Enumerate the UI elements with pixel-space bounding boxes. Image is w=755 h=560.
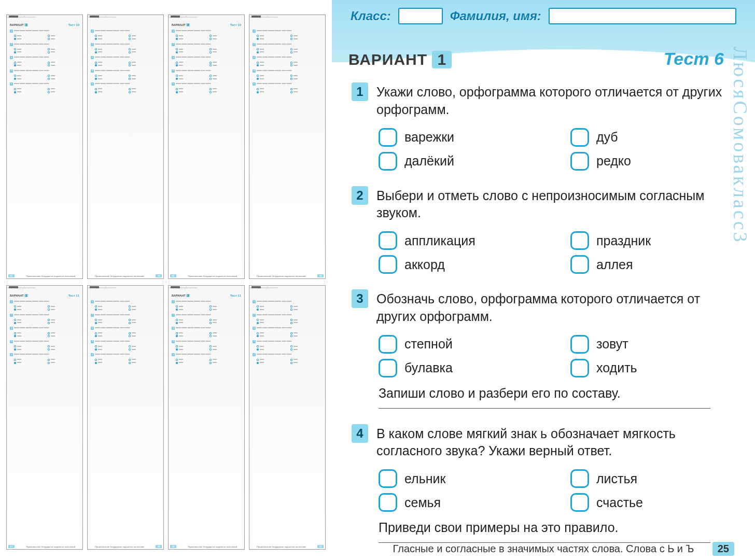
- option-label: варежки: [404, 130, 454, 145]
- thumbnail-page: ~~~~~/\~~~~/\~~~~~~ 1xxxxx xxxxx xxxxxx …: [249, 285, 326, 550]
- thumbnail-page: ~~~~~/\~~~~/\~~~~~~ ВАРИАНТ 2 Тест 11 1x…: [168, 285, 245, 550]
- option-label: ходить: [596, 360, 637, 375]
- checkbox-icon[interactable]: [379, 231, 397, 250]
- checkbox-icon[interactable]: [570, 335, 589, 354]
- answer-option[interactable]: дуб: [570, 128, 700, 147]
- question: 3 Обозначь слово, орфограмма которого от…: [352, 289, 724, 409]
- answer-option[interactable]: далёкий: [379, 152, 508, 171]
- page-footer: Гласные и согласные в значимых частях сл…: [332, 543, 755, 555]
- class-field[interactable]: [398, 8, 443, 24]
- option-label: аппликация: [404, 233, 476, 248]
- question-text: Обозначь слово, орфограмма которого отли…: [376, 289, 724, 326]
- checkbox-icon[interactable]: [379, 152, 397, 171]
- answer-option[interactable]: счастье: [570, 493, 700, 512]
- thumbnail-page: ~~~~~/\~~~~/\~~~~~~ ВАРИАНТ 1 Тест 11 1x…: [6, 285, 83, 550]
- option-label: аллея: [596, 257, 633, 272]
- name-label: Фамилия, имя:: [450, 9, 541, 23]
- answer-option[interactable]: семья: [379, 493, 508, 512]
- question: 2 Выбери и отметь слово с непроизносимым…: [352, 186, 724, 274]
- question-number: 4: [352, 424, 368, 443]
- option-label: листья: [596, 471, 637, 486]
- option-label: далёкий: [404, 153, 454, 169]
- thumbnail-grid: ~~~~~/\~~~~/\~~~~~~ ВАРИАНТ 1 Тест 10 1x…: [0, 0, 332, 560]
- answer-option[interactable]: аккорд: [379, 255, 508, 274]
- question-text: Укажи слово, орфограмма которого отличае…: [376, 82, 724, 119]
- checkbox-icon[interactable]: [570, 493, 589, 512]
- question-text: В каком слове мягкий знак ь обозначает м…: [376, 424, 724, 460]
- checkbox-icon[interactable]: [570, 152, 589, 171]
- answer-line[interactable]: [379, 408, 710, 409]
- answer-option[interactable]: ельник: [379, 469, 508, 488]
- option-label: счастье: [596, 495, 643, 510]
- option-label: дуб: [596, 130, 618, 145]
- checkbox-icon[interactable]: [379, 469, 397, 488]
- option-label: праздник: [596, 233, 651, 248]
- checkbox-icon[interactable]: [379, 493, 397, 512]
- checkbox-icon[interactable]: [570, 231, 589, 250]
- class-label: Класс:: [351, 9, 391, 23]
- workbook-page: Класс: Фамилия, имя: ЛюсяСомовакласс3 ВА…: [332, 0, 755, 560]
- checkbox-icon[interactable]: [379, 359, 397, 377]
- option-label: ельник: [404, 471, 445, 486]
- question: 4 В каком слове мягкий знак ь обозначает…: [352, 424, 724, 543]
- answer-option[interactable]: варежки: [379, 128, 508, 147]
- checkbox-icon[interactable]: [570, 255, 589, 274]
- variant-word: ВАРИАНТ: [348, 51, 427, 68]
- checkbox-icon[interactable]: [379, 255, 397, 274]
- footer-text: Гласные и согласные в значимых частях сл…: [393, 543, 694, 555]
- question-number: 2: [352, 186, 368, 205]
- test-heading: Тест 6: [664, 49, 724, 69]
- answer-option[interactable]: аппликация: [379, 231, 508, 250]
- thumbnail-page: ~~~~~/\~~~~/\~~~~~~ 1xxxxx xxxxx xxxxxx …: [87, 15, 164, 279]
- handwriting-doodle: ЛюсяСомовакласс3: [729, 47, 752, 539]
- option-label: зовут: [596, 337, 628, 352]
- question-number: 3: [352, 289, 368, 308]
- page-number: 25: [712, 542, 734, 556]
- checkbox-icon[interactable]: [570, 359, 589, 377]
- thumbnail-page: ~~~~~/\~~~~/\~~~~~~ 1xxxxx xxxxx xxxxxx …: [87, 285, 164, 550]
- checkbox-icon[interactable]: [379, 128, 397, 147]
- checkbox-icon[interactable]: [570, 469, 589, 488]
- answer-option[interactable]: ходить: [570, 359, 700, 377]
- option-label: редко: [596, 153, 631, 169]
- option-label: семья: [404, 495, 441, 510]
- answer-option[interactable]: листья: [570, 469, 700, 488]
- answer-option[interactable]: праздник: [570, 231, 700, 250]
- option-label: булавка: [404, 360, 453, 375]
- answer-option[interactable]: зовут: [570, 335, 700, 354]
- answer-option[interactable]: аллея: [570, 255, 700, 274]
- question-text: Выбери и отметь слово с непроизносимым с…: [376, 186, 724, 222]
- answer-option[interactable]: степной: [379, 335, 508, 354]
- variant-number: 1: [432, 51, 452, 68]
- name-field[interactable]: [549, 8, 736, 24]
- question-followup: Запиши слово и разбери его по составу.: [379, 386, 724, 401]
- option-label: аккорд: [404, 257, 445, 272]
- checkbox-icon[interactable]: [570, 128, 589, 147]
- thumbnail-page: ~~~~~/\~~~~/\~~~~~~ ВАРИАНТ 2 Тест 10 1x…: [168, 15, 245, 279]
- option-label: степной: [404, 337, 453, 352]
- question-number: 1: [352, 82, 368, 101]
- answer-option[interactable]: редко: [570, 152, 700, 171]
- answer-option[interactable]: булавка: [379, 359, 508, 377]
- question-followup: Приведи свои примеры на это правило.: [379, 520, 724, 535]
- variant-heading: ВАРИАНТ 1: [348, 51, 452, 68]
- question: 1 Укажи слово, орфограмма которого отлич…: [352, 82, 724, 171]
- thumbnail-page: ~~~~~/\~~~~/\~~~~~~ 1xxxxx xxxxx xxxxxx …: [249, 15, 326, 279]
- checkbox-icon[interactable]: [379, 335, 397, 354]
- thumbnail-page: ~~~~~/\~~~~/\~~~~~~ ВАРИАНТ 1 Тест 10 1x…: [6, 15, 83, 279]
